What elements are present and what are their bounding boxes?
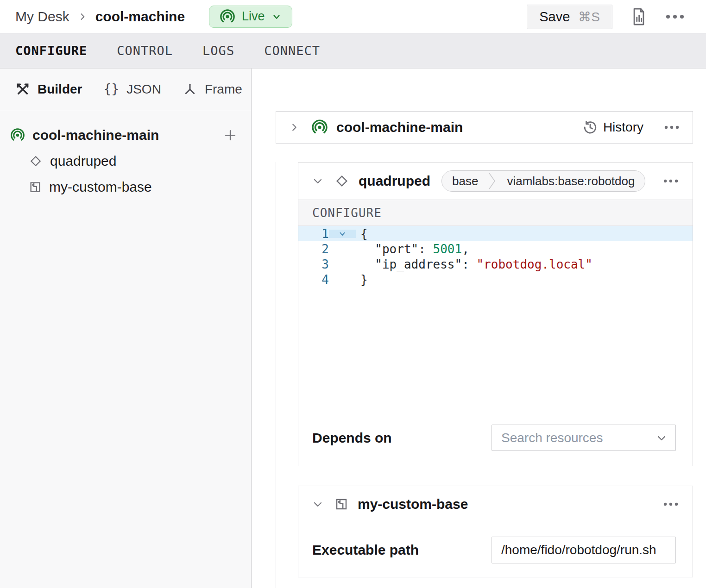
custom-base-card: my-custom-base Executable path (298, 486, 693, 577)
breadcrumb-parent-link[interactable]: My Desk (15, 9, 69, 25)
add-resource-icon[interactable] (223, 128, 237, 142)
history-icon (583, 120, 598, 135)
machine-name: cool-machine (95, 9, 185, 25)
live-status-label: Live (242, 9, 265, 24)
save-button[interactable]: Save ⌘S (527, 5, 612, 29)
line-number: 3 (298, 257, 329, 271)
search-resources-input[interactable] (492, 425, 675, 450)
top-bar: My Desk cool-machine Live Save ⌘S (0, 0, 706, 33)
tab-control[interactable]: CONTROL (117, 44, 173, 58)
chevron-down-icon[interactable] (312, 175, 323, 187)
broadcast-icon (10, 128, 25, 143)
machine-part-card: cool-machine-main History (276, 111, 693, 144)
history-button[interactable]: History (583, 120, 643, 135)
save-button-label: Save (539, 9, 570, 25)
more-menu-icon[interactable] (664, 125, 680, 130)
more-menu-icon[interactable] (665, 14, 685, 19)
custom-base-title: my-custom-base (358, 496, 468, 512)
file-chart-icon[interactable] (631, 7, 647, 26)
fold-chevron-icon[interactable] (329, 230, 356, 238)
editor-line[interactable]: 1 { (298, 226, 693, 241)
breadcrumb: My Desk cool-machine (15, 9, 185, 25)
diamond-icon (334, 174, 349, 188)
configure-section-header: CONFIGURE (298, 200, 693, 226)
quadruped-title: quadruped (359, 173, 430, 189)
config-sidebar: Builder {} JSON Frame cool-mach (0, 69, 252, 588)
chevron-down-icon (271, 12, 282, 22)
depends-on-label: Depends on (312, 430, 392, 446)
top-actions: Save ⌘S (527, 0, 685, 33)
executable-path-row: Executable path (298, 522, 693, 577)
view-builder-label: Builder (38, 82, 82, 97)
json-config-editor[interactable]: 1 { 2 "port": 5001, 3 "ip_address": "rob… (298, 226, 693, 287)
tab-logs[interactable]: LOGS (202, 44, 234, 58)
diamond-icon (29, 154, 43, 168)
axes-icon (183, 82, 197, 97)
executable-path-input[interactable] (492, 537, 676, 563)
tree-item-label: my-custom-base (49, 179, 152, 195)
view-toggle: Builder {} JSON Frame (0, 69, 251, 110)
chevron-down-icon[interactable] (312, 499, 323, 510)
tree-item-label: cool-machine-main (32, 127, 159, 143)
line-number: 1 (298, 227, 329, 241)
chevron-right-icon (78, 12, 87, 21)
view-json-label: JSON (126, 82, 161, 97)
tab-connect[interactable]: CONNECT (264, 44, 320, 58)
view-json[interactable]: {} JSON (103, 81, 161, 97)
machine-part-title: cool-machine-main (336, 119, 463, 135)
more-menu-icon[interactable] (663, 502, 679, 507)
view-builder[interactable]: Builder (15, 82, 82, 97)
history-label: History (603, 120, 643, 135)
tools-icon (15, 82, 30, 97)
depends-on-row: Depends on (312, 425, 676, 451)
resource-type-pill[interactable]: base viamlabs:base:robotdog (441, 170, 645, 192)
quadruped-card: quadruped base viamlabs:base:robotdog CO… (298, 162, 693, 466)
save-shortcut: ⌘S (578, 9, 600, 25)
tree-indent-guide (276, 162, 276, 588)
machine-tab-bar: CONFIGURE CONTROL LOGS CONNECT (0, 33, 706, 69)
quadruped-card-header: quadruped base viamlabs:base:robotdog (298, 163, 693, 200)
chevron-right-icon[interactable] (289, 122, 299, 132)
editor-line[interactable]: 3 "ip_address": "robotdog.local" (298, 256, 693, 272)
config-main-panel: cool-machine-main History (252, 69, 706, 588)
pill-separator-icon (488, 170, 497, 192)
resource-tree: cool-machine-main quadruped my-custom-ba… (0, 110, 251, 200)
process-icon (334, 497, 348, 511)
view-frame-label: Frame (205, 82, 242, 97)
pill-model: viamlabs:base:robotdog (497, 174, 645, 188)
editor-line[interactable]: 2 "port": 5001, (298, 241, 693, 256)
pill-category: base (442, 174, 488, 188)
depends-on-select[interactable] (492, 425, 676, 451)
more-menu-icon[interactable] (663, 179, 679, 183)
broadcast-icon (311, 119, 328, 136)
braces-icon: {} (103, 81, 119, 97)
tree-item-label: quadruped (50, 153, 116, 169)
view-frame[interactable]: Frame (183, 82, 242, 97)
tree-item-quadruped[interactable]: quadruped (0, 148, 251, 174)
tree-item-machine-part[interactable]: cool-machine-main (0, 122, 251, 148)
custom-base-card-header: my-custom-base (298, 486, 693, 522)
line-number: 4 (298, 273, 329, 287)
tab-configure[interactable]: CONFIGURE (15, 44, 87, 58)
tree-item-my-custom-base[interactable]: my-custom-base (0, 174, 251, 200)
line-number: 2 (298, 242, 329, 256)
process-icon (29, 181, 42, 194)
broadcast-icon (220, 9, 235, 25)
editor-line[interactable]: 4 } (298, 272, 693, 287)
executable-path-label: Executable path (312, 542, 419, 558)
live-status-dropdown[interactable]: Live (209, 6, 292, 28)
